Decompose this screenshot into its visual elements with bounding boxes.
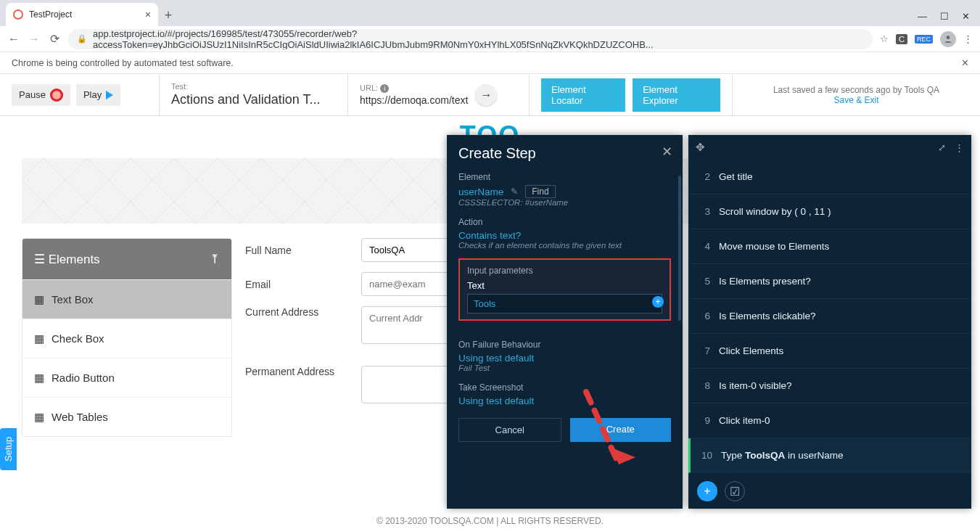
failure-sub: Fail Test bbox=[458, 364, 671, 372]
steps-panel: ✥ ⤢ ⋮ 2Get title3Scroll window by ( 0 , … bbox=[688, 135, 971, 509]
step-row[interactable]: 10Type ToolsQA in userName bbox=[688, 438, 971, 473]
item-icon: ▦ bbox=[34, 372, 44, 385]
step-row[interactable]: 6Is Elements clickable? bbox=[688, 299, 971, 334]
move-icon[interactable]: ✥ bbox=[696, 141, 705, 154]
url-text: app.testproject.io/#/projects/169985/tes… bbox=[93, 29, 864, 49]
sidebar-item[interactable]: ▦Web Tables bbox=[22, 397, 231, 436]
url-value: https://demoqa.com/text bbox=[360, 94, 468, 106]
lock-icon: 🔒 bbox=[77, 34, 87, 44]
input-params-label: Input parameters bbox=[467, 266, 662, 276]
panel-scrollbar[interactable] bbox=[678, 176, 681, 321]
test-label: Test: bbox=[171, 82, 188, 91]
failure-section-label: On Failure Behaviour bbox=[458, 340, 671, 350]
action-name-link[interactable]: Contains text? bbox=[458, 230, 671, 241]
collapse-icon[interactable]: ⤢ bbox=[938, 142, 946, 153]
maximize-icon[interactable]: ☐ bbox=[940, 11, 949, 22]
automation-banner: Chrome is being controlled by automated … bbox=[0, 52, 980, 74]
url-label: URL: bbox=[360, 83, 378, 92]
param-text-input[interactable] bbox=[467, 294, 662, 313]
selector-text: CSSSELECTOR: #userName bbox=[458, 198, 671, 207]
action-desc: Checks if an element contains the given … bbox=[458, 241, 671, 250]
sidebar-item[interactable]: ▦Radio Button bbox=[22, 358, 231, 397]
play-icon bbox=[106, 91, 113, 99]
svg-line-1 bbox=[586, 392, 619, 464]
info-icon[interactable]: i bbox=[380, 84, 389, 93]
favicon-icon bbox=[13, 9, 23, 20]
close-banner-icon[interactable]: × bbox=[962, 57, 968, 70]
reload-icon[interactable]: ⟳ bbox=[48, 32, 61, 46]
pause-button[interactable]: Pause bbox=[12, 84, 70, 106]
close-panel-icon[interactable]: ✕ bbox=[662, 144, 672, 160]
cancel-button[interactable]: Cancel bbox=[458, 418, 561, 442]
automation-banner-text: Chrome is being controlled by automated … bbox=[12, 58, 234, 68]
sidebar-header[interactable]: ☰ Elements ⤒ bbox=[22, 239, 231, 279]
item-icon: ▦ bbox=[34, 411, 44, 424]
element-locator-button[interactable]: Element Locator bbox=[541, 78, 625, 112]
find-button[interactable]: Find bbox=[525, 185, 555, 198]
fullname-label: Full Name bbox=[245, 245, 361, 256]
element-explorer-button[interactable]: Element Explorer bbox=[633, 78, 720, 112]
browser-tab-strip: TestProject × + — ☐ ✕ bbox=[0, 0, 980, 26]
svg-point-0 bbox=[947, 36, 950, 39]
browser-tab[interactable]: TestProject × bbox=[6, 3, 158, 26]
current-address-label: Current Address bbox=[245, 306, 361, 318]
record-dot-icon bbox=[50, 89, 63, 102]
step-row[interactable]: 2Get title bbox=[688, 160, 971, 194]
add-step-button[interactable]: + bbox=[697, 481, 717, 501]
forward-icon[interactable]: → bbox=[28, 33, 41, 46]
bookmark-icon[interactable]: ☆ bbox=[880, 33, 889, 44]
annotation-arrow bbox=[579, 385, 644, 496]
item-icon: ▦ bbox=[34, 332, 44, 345]
rec-ext-icon[interactable]: REC bbox=[915, 35, 933, 44]
step-row[interactable]: 9Click item-0 bbox=[688, 403, 971, 438]
step-row[interactable]: 8Is item-0 visible? bbox=[688, 369, 971, 403]
element-section-label: Element bbox=[458, 172, 671, 182]
step-row[interactable]: 7Click Elements bbox=[688, 334, 971, 369]
item-icon: ▦ bbox=[34, 293, 44, 306]
new-tab-button[interactable]: + bbox=[158, 8, 178, 26]
upload-icon[interactable]: ⤒ bbox=[210, 252, 220, 267]
play-button[interactable]: Play bbox=[76, 84, 120, 106]
step-row[interactable]: 4Move mouse to Elements bbox=[688, 229, 971, 264]
add-param-icon[interactable]: + bbox=[652, 296, 664, 308]
go-arrow-button[interactable]: → bbox=[475, 84, 497, 106]
validate-button[interactable]: ☑ bbox=[725, 481, 745, 501]
step-row[interactable]: 3Scroll window by ( 0 , 11 ) bbox=[688, 194, 971, 229]
email-label: Email bbox=[245, 279, 361, 290]
recorder-bar: Pause Play Test: Actions and Validation … bbox=[0, 74, 980, 116]
panel-menu-icon[interactable]: ⋮ bbox=[955, 142, 964, 153]
action-section-label: Action bbox=[458, 217, 671, 227]
url-input[interactable]: 🔒 app.testproject.io/#/projects/169985/t… bbox=[68, 29, 873, 49]
tab-title: TestProject bbox=[29, 9, 72, 20]
failure-value-link[interactable]: Using test default bbox=[458, 353, 671, 364]
input-parameters-highlight: Input parameters Text + bbox=[458, 258, 671, 321]
param-text-label: Text bbox=[467, 280, 662, 291]
test-name: Actions and Validation T... bbox=[171, 92, 320, 107]
step-row[interactable]: 5Is Elements present? bbox=[688, 264, 971, 299]
panel-title: Create Step bbox=[458, 145, 671, 162]
close-tab-icon[interactable]: × bbox=[145, 9, 151, 20]
footer-text: © 2013-2020 TOOLSQA.COM | ALL RIGHTS RES… bbox=[0, 516, 980, 526]
steps-panel-header: ✥ ⤢ ⋮ bbox=[688, 135, 971, 160]
ext-c-icon[interactable]: C bbox=[896, 34, 907, 44]
setup-tab[interactable]: Setup bbox=[0, 428, 17, 470]
test-name-cell: Test: Actions and Validation T... bbox=[160, 74, 348, 115]
kebab-menu-icon[interactable]: ⋮ bbox=[963, 33, 973, 44]
window-controls: — ☐ ✕ bbox=[918, 11, 980, 26]
permanent-address-label: Permanent Address bbox=[245, 366, 361, 377]
sidebar-item[interactable]: ▦Text Box bbox=[22, 279, 231, 319]
edit-icon[interactable]: ✎ bbox=[511, 186, 518, 197]
back-icon[interactable]: ← bbox=[7, 33, 20, 46]
close-window-icon[interactable]: ✕ bbox=[962, 11, 970, 22]
sidebar: ☰ Elements ⤒ ▦Text Box▦Check Box▦Radio B… bbox=[22, 238, 232, 437]
sidebar-item[interactable]: ▦Check Box bbox=[22, 319, 231, 358]
last-saved-text: Last saved a few seconds ago by Tools QA bbox=[773, 85, 939, 95]
minimize-icon[interactable]: — bbox=[918, 11, 927, 22]
element-name-link[interactable]: userName bbox=[458, 186, 503, 197]
address-bar: ← → ⟳ 🔒 app.testproject.io/#/projects/16… bbox=[0, 26, 980, 52]
create-step-panel: ✕ Create Step Element userName ✎ Find CS… bbox=[447, 135, 683, 509]
save-exit-link[interactable]: Save & Exit bbox=[833, 95, 878, 105]
profile-icon[interactable] bbox=[940, 31, 956, 47]
